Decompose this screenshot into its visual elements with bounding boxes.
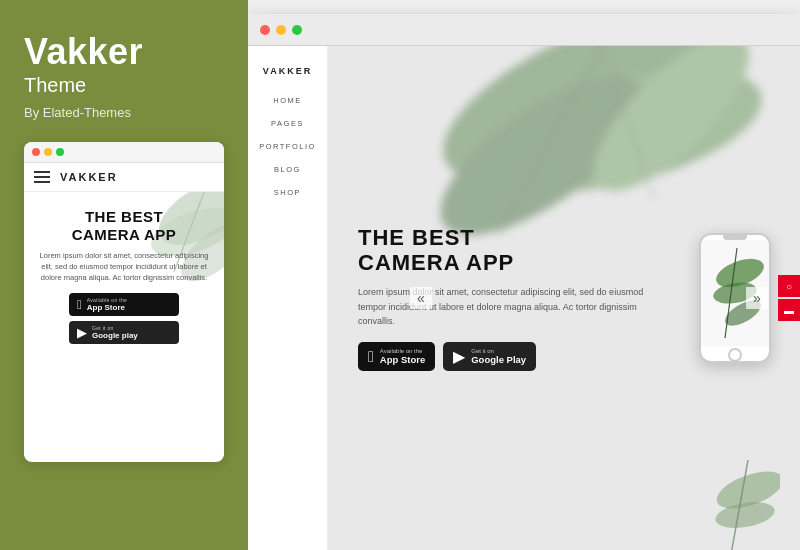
hero-google-large: Google Play — [471, 354, 526, 365]
phone-home-button — [728, 348, 742, 362]
site-brand: VAKKER — [263, 66, 312, 76]
apple-icon:  — [77, 297, 82, 312]
pinterest-icon-bottom[interactable]: ▬ — [778, 299, 800, 321]
main-area: VAKKER HOME PAGES PORTFOLIO BLOG SHOP — [248, 0, 800, 550]
hero-title: THE BEST CAMERA APP — [358, 225, 670, 276]
site-navigation: VAKKER HOME PAGES PORTFOLIO BLOG SHOP — [248, 46, 328, 550]
pinterest-icon-top[interactable]: ○ — [778, 275, 800, 297]
nav-item-blog[interactable]: BLOG — [274, 165, 301, 174]
browser-dot-red[interactable] — [260, 25, 270, 35]
mockup-app-store-large: App Store — [87, 303, 127, 312]
phone-mockup-preview: VAKKER THE BEST CAMERA APP Lorem ipsum d… — [24, 142, 224, 462]
mockup-brand: VAKKER — [60, 171, 118, 183]
browser-chrome — [248, 14, 800, 46]
browser-window: VAKKER HOME PAGES PORTFOLIO BLOG SHOP — [248, 14, 800, 550]
nav-item-home[interactable]: HOME — [273, 96, 302, 105]
hero-google-play-button[interactable]: ▶ Get it on Google Play — [443, 342, 536, 371]
mockup-app-store-button[interactable]:  Available on the App Store — [69, 293, 179, 316]
hero-google-play-icon: ▶ — [453, 347, 465, 366]
sidebar-title: Vakker — [24, 32, 224, 72]
mockup-dot-red — [32, 148, 40, 156]
prev-slide-arrow[interactable]: « — [410, 287, 432, 309]
hamburger-icon — [34, 171, 50, 183]
mockup-content: THE BEST CAMERA APP Lorem ipsum dolor si… — [24, 192, 224, 456]
bottom-leaf-decoration — [700, 460, 780, 550]
sidebar-author: By Elated-Themes — [24, 105, 224, 120]
mockup-google-large: Google play — [92, 331, 138, 340]
browser-dot-yellow[interactable] — [276, 25, 286, 35]
mockup-hero: THE BEST CAMERA APP Lorem ipsum dolor si… — [24, 192, 224, 345]
google-play-icon: ▶ — [77, 325, 87, 340]
next-slide-arrow[interactable]: » — [746, 287, 768, 309]
mockup-hero-title: THE BEST CAMERA APP — [36, 208, 212, 244]
browser-dot-green[interactable] — [292, 25, 302, 35]
mockup-browser-bar — [24, 142, 224, 163]
nav-items-list: HOME PAGES PORTFOLIO BLOG SHOP — [259, 96, 316, 197]
nav-item-shop[interactable]: SHOP — [274, 188, 301, 197]
hero-description: Lorem ipsum dolor sit amet, consectetur … — [358, 285, 670, 328]
browser-content: VAKKER HOME PAGES PORTFOLIO BLOG SHOP — [248, 46, 800, 550]
hero-text-block: THE BEST CAMERA APP Lorem ipsum dolor si… — [358, 225, 670, 372]
nav-item-portfolio[interactable]: PORTFOLIO — [259, 142, 316, 151]
mockup-dot-green — [56, 148, 64, 156]
hero-apple-icon:  — [368, 348, 374, 366]
mockup-dot-yellow — [44, 148, 52, 156]
mockup-app-buttons:  Available on the App Store ▶ Get it on… — [36, 293, 212, 344]
nav-item-pages[interactable]: PAGES — [271, 119, 304, 128]
right-edge-icons: ○ ▬ — [778, 275, 800, 321]
mockup-google-play-button[interactable]: ▶ Get it on Google play — [69, 321, 179, 344]
hero-app-store-button[interactable]:  Available on the App Store — [358, 342, 435, 371]
site-hero: THE BEST CAMERA APP Lorem ipsum dolor si… — [328, 46, 800, 550]
hero-app-store-large: App Store — [380, 354, 425, 365]
mockup-nav: VAKKER — [24, 163, 224, 192]
sidebar: Vakker Theme By Elated-Themes VAKKER — [0, 0, 248, 550]
mockup-hero-desc: Lorem ipsum dolor sit amet, consectetur … — [36, 250, 212, 284]
sidebar-subtitle: Theme — [24, 74, 224, 97]
hero-store-buttons:  Available on the App Store ▶ Get it on — [358, 342, 670, 371]
